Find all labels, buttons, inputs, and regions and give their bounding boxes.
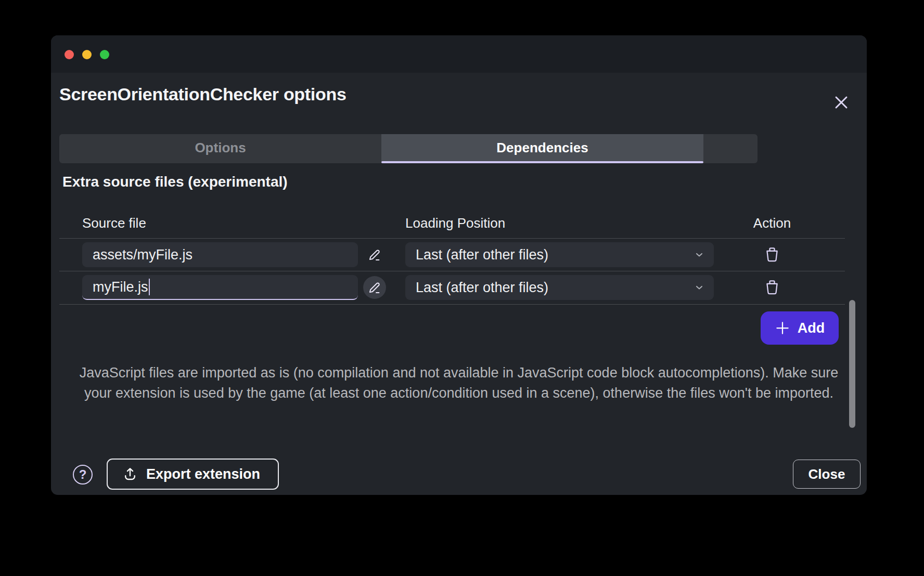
page-title: ScreenOrientationChecker options [59, 81, 346, 107]
loading-position-value: Last (after other files) [416, 280, 694, 296]
delete-row-button[interactable] [756, 275, 788, 300]
pencil-icon [367, 280, 382, 295]
column-header-loading-position: Loading Position [405, 215, 505, 231]
section-heading: Extra source files (experimental) [62, 174, 288, 190]
edit-source-file-button[interactable] [363, 276, 386, 299]
trash-icon [764, 246, 780, 263]
table-row-divider [59, 271, 845, 271]
export-extension-button[interactable]: Export extension [107, 459, 279, 490]
loading-position-select[interactable]: Last (after other files) [405, 275, 714, 300]
source-file-value: myFile.js [93, 279, 148, 295]
zoom-traffic-light[interactable] [100, 50, 109, 59]
vertical-scrollbar-thumb[interactable] [849, 300, 855, 428]
tab-dependencies[interactable]: Dependencies [381, 134, 703, 161]
column-header-source-file: Source file [82, 215, 146, 231]
plus-icon [775, 320, 790, 336]
add-source-file-button[interactable]: Add [761, 311, 839, 345]
source-file-input[interactable]: myFile.js [82, 275, 358, 300]
description-text: JavaScript files are imported as is (no … [71, 363, 846, 403]
chevron-down-icon [694, 282, 704, 293]
window-titlebar [51, 35, 867, 73]
minimize-traffic-light[interactable] [82, 50, 92, 59]
source-file-value: assets/myFile.js [93, 247, 192, 263]
pencil-icon [367, 247, 382, 262]
question-mark-icon: ? [79, 467, 87, 482]
loading-position-select[interactable]: Last (after other files) [405, 242, 714, 267]
table-bottom-divider [59, 304, 845, 305]
tab-options-label: Options [195, 140, 246, 156]
export-extension-label: Export extension [146, 466, 260, 482]
upload-icon [122, 466, 138, 482]
add-button-label: Add [798, 320, 825, 336]
column-header-action: Action [746, 215, 798, 231]
traffic-lights [65, 50, 109, 59]
edit-source-file-button[interactable] [363, 243, 386, 266]
close-button-label: Close [808, 466, 845, 482]
x-icon [833, 94, 850, 111]
active-tab-indicator [381, 161, 703, 163]
help-button[interactable]: ? [73, 465, 93, 485]
close-button[interactable]: Close [793, 460, 861, 489]
extension-options-dialog: ScreenOrientationChecker options Options… [51, 35, 867, 495]
close-traffic-light[interactable] [65, 50, 74, 59]
chevron-down-icon [694, 250, 704, 260]
delete-row-button[interactable] [756, 242, 788, 267]
table-header-divider [59, 238, 845, 239]
text-caret [149, 279, 150, 295]
tab-options[interactable]: Options [59, 134, 381, 161]
tab-bar: Options Dependencies [59, 134, 758, 163]
trash-icon [764, 279, 780, 296]
tab-dependencies-label: Dependencies [496, 140, 588, 156]
close-dialog-button[interactable] [831, 93, 851, 112]
loading-position-value: Last (after other files) [416, 247, 694, 263]
source-file-input[interactable]: assets/myFile.js [82, 242, 358, 267]
